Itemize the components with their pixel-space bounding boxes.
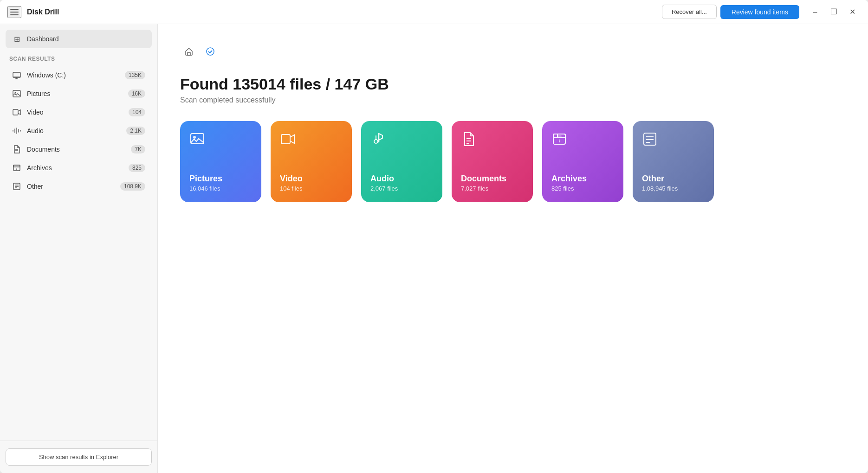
- svg-rect-6: [13, 109, 18, 115]
- svg-rect-10: [13, 165, 20, 167]
- scan-results-title: Scan results: [0, 48, 157, 66]
- documents-card-label: Documents: [461, 174, 524, 184]
- svg-rect-18: [191, 134, 204, 144]
- title-bar-actions: Recover all... Review found items: [662, 5, 799, 19]
- pictures-card-count: 16,046 files: [189, 185, 252, 192]
- minimize-button[interactable]: –: [807, 4, 823, 20]
- other-count: 108.9K: [120, 182, 145, 191]
- card-pictures[interactable]: Pictures 16,046 files: [180, 121, 261, 202]
- video-icon: [12, 108, 21, 117]
- title-bar: Disk Drill Recover all... Review found i…: [0, 0, 868, 24]
- video-card-icon: [280, 131, 343, 150]
- sidebar-item-dashboard[interactable]: ⊞ Dashboard: [6, 30, 152, 48]
- title-bar-left: Disk Drill: [7, 6, 662, 18]
- sidebar-item-other[interactable]: Other 108.9K: [6, 177, 152, 196]
- documents-count: 7K: [131, 145, 145, 153]
- audio-card-label: Audio: [370, 174, 433, 184]
- archives-label: Archives: [27, 164, 123, 172]
- documents-card-count: 7,027 files: [461, 185, 524, 192]
- dashboard-icon: ⊞: [12, 34, 21, 44]
- other-card-label: Other: [642, 174, 705, 184]
- archives-card-count: 825 files: [551, 185, 614, 192]
- archives-card-label: Archives: [551, 174, 614, 184]
- other-card-count: 1,08,945 files: [642, 185, 705, 192]
- audio-card-icon: [370, 131, 433, 150]
- pictures-count: 16K: [128, 89, 145, 98]
- app-title: Disk Drill: [27, 8, 59, 16]
- svg-point-19: [193, 136, 196, 139]
- sidebar-nav: ⊞ Dashboard: [0, 24, 157, 48]
- pictures-card-label: Pictures: [189, 174, 252, 184]
- window-controls: – ❐ ✕: [807, 4, 861, 20]
- archives-count: 825: [129, 164, 145, 172]
- sidebar-item-archives[interactable]: Archives 825: [6, 159, 152, 177]
- sidebar-item-documents[interactable]: Documents 7K: [6, 140, 152, 159]
- cards-grid: Pictures 16,046 files Video 104 files: [180, 121, 846, 202]
- card-video[interactable]: Video 104 files: [271, 121, 352, 202]
- sidebar: ⊞ Dashboard Scan results Windows (C:) 13…: [0, 24, 158, 473]
- video-card-label: Video: [280, 174, 343, 184]
- found-title: Found 135014 files / 147 GB: [180, 75, 846, 93]
- svg-point-17: [207, 48, 214, 55]
- video-count: 104: [129, 108, 145, 116]
- toolbar: [180, 43, 846, 60]
- card-other[interactable]: Other 1,08,945 files: [633, 121, 714, 202]
- audio-count: 2.1K: [126, 127, 145, 135]
- sidebar-item-audio[interactable]: Audio 2.1K: [6, 121, 152, 140]
- sidebar-list: Windows (C:) 135K Pictures 16K Video: [0, 66, 157, 441]
- found-subtitle: Scan completed successfully: [180, 96, 846, 104]
- pictures-card-icon: [189, 131, 252, 150]
- audio-label: Audio: [27, 127, 121, 134]
- windows-icon: [12, 70, 21, 80]
- main-layout: ⊞ Dashboard Scan results Windows (C:) 13…: [0, 24, 868, 473]
- app-window: Disk Drill Recover all... Review found i…: [0, 0, 868, 473]
- documents-icon: [12, 145, 21, 154]
- sidebar-footer: Show scan results in Explorer: [0, 441, 157, 473]
- review-found-items-button[interactable]: Review found items: [720, 5, 799, 19]
- show-scan-results-button[interactable]: Show scan results in Explorer: [6, 448, 152, 466]
- recover-all-button[interactable]: Recover all...: [662, 5, 717, 19]
- home-button[interactable]: [180, 43, 198, 60]
- documents-card-icon: [461, 131, 524, 150]
- sidebar-item-windows[interactable]: Windows (C:) 135K: [6, 66, 152, 84]
- other-icon: [12, 182, 21, 191]
- pictures-label: Pictures: [27, 90, 123, 97]
- svg-rect-4: [13, 90, 20, 97]
- sidebar-item-video[interactable]: Video 104: [6, 103, 152, 121]
- card-documents[interactable]: Documents 7,027 files: [452, 121, 533, 202]
- other-label: Other: [27, 183, 115, 190]
- svg-rect-16: [188, 52, 190, 55]
- audio-card-count: 2,067 files: [370, 185, 433, 192]
- svg-rect-28: [557, 135, 561, 137]
- maximize-button[interactable]: ❐: [825, 4, 842, 20]
- content-area: Found 135014 files / 147 GB Scan complet…: [158, 24, 868, 473]
- svg-rect-20: [281, 134, 290, 144]
- windows-count: 135K: [125, 71, 145, 79]
- sidebar-item-pictures[interactable]: Pictures 16K: [6, 84, 152, 103]
- check-button[interactable]: [201, 43, 219, 60]
- close-button[interactable]: ✕: [844, 4, 861, 20]
- documents-label: Documents: [27, 146, 125, 153]
- video-card-count: 104 files: [280, 185, 343, 192]
- audio-icon: [12, 126, 21, 135]
- svg-point-21: [374, 140, 378, 143]
- archives-card-icon: [551, 131, 614, 150]
- sidebar-dashboard-label: Dashboard: [27, 35, 59, 43]
- other-card-icon: [642, 131, 705, 150]
- video-label: Video: [27, 109, 123, 116]
- menu-button[interactable]: [7, 6, 21, 18]
- svg-point-5: [15, 92, 16, 94]
- card-audio[interactable]: Audio 2,067 files: [361, 121, 442, 202]
- archives-icon: [12, 163, 21, 173]
- windows-label: Windows (C:): [27, 71, 119, 79]
- pictures-icon: [12, 89, 21, 98]
- card-archives[interactable]: Archives 825 files: [542, 121, 623, 202]
